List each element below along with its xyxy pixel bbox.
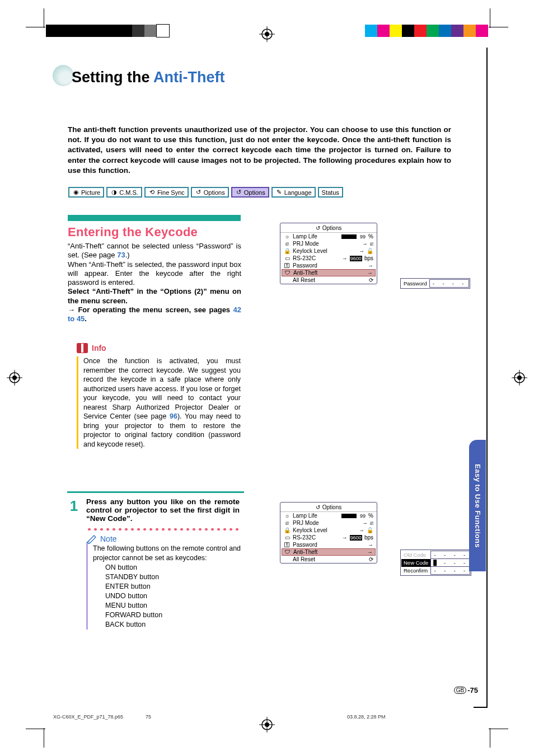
lock-icon: 🔒 (284, 528, 291, 533)
divider-dots (86, 527, 242, 532)
side-rule-h (474, 707, 488, 708)
password-prompt-1: Password - - - - (400, 278, 470, 289)
page-number: GB-75 (454, 686, 478, 694)
tab-icon: ↺ (235, 189, 242, 196)
intro-text: The anti-theft function prevents unautho… (68, 125, 451, 176)
lock-icon: 🔒 (284, 248, 291, 254)
info-label: Info (92, 344, 106, 353)
menu-tab-options: ↺Options (231, 187, 269, 198)
tab-icon: ✎ (275, 189, 283, 196)
note-body: The following buttons on the remote cont… (86, 544, 244, 630)
registration-mark-icon (259, 26, 275, 42)
menu-tab-language: ✎Language (271, 187, 316, 198)
osd-row: ▭RS-232C→ 9600 bps (280, 534, 377, 541)
note-icon (86, 534, 97, 544)
osd-row: ⎚PRJ Mode→⎚ (280, 519, 377, 527)
tab-icon: ◑ (110, 189, 118, 196)
osd-row: ☼Lamp Life99 % (280, 233, 377, 240)
note-label: Note (100, 534, 117, 543)
osd-row: 🛡Anti-Theft→ (282, 548, 376, 556)
osd-row: All Reset⟳ (280, 276, 377, 284)
osd-row: 🔒Keylock Level→🔓 (280, 527, 377, 534)
reset-icon: ⟳ (369, 278, 373, 283)
section-heading: Entering the Keycode (68, 225, 198, 240)
registration-mark-icon (7, 370, 22, 386)
menu-tab-options: ↺Options (191, 187, 229, 198)
osd-row: 🛡Anti-Theft→ (282, 269, 376, 276)
tab-icon: ↺ (195, 189, 202, 196)
shield-icon: 🛡 (284, 270, 291, 276)
tab-icon: ◉ (72, 189, 79, 196)
meta-date: 03.8.28, 2:28 PM (347, 714, 386, 720)
osd-row: ⚿Password→ (280, 262, 377, 269)
section-body: “Anti-Theft” cannot be selected unless “… (68, 242, 241, 323)
reset-icon: ⟳ (369, 557, 373, 562)
key-icon: ⚿ (284, 542, 291, 548)
registration-mark-icon (512, 370, 527, 386)
colorbar-left (46, 25, 169, 37)
meta-file: XG-C60X_E_PDF_p71_78.p65 (53, 714, 123, 720)
options-icon: ↺ (316, 505, 320, 510)
lamp-icon: ☼ (284, 234, 291, 240)
menu-tab-status: Status (318, 187, 343, 198)
key-icon: ⚿ (284, 263, 291, 269)
step-text: Press any button you like on the remote … (86, 497, 244, 523)
screen-icon: ⎚ (284, 520, 291, 526)
osd-row: ▭RS-232C→ 9600 bps (280, 255, 377, 262)
title-accent: Anti-Theft (153, 69, 224, 86)
port-icon: ▭ (284, 256, 291, 261)
lamp-icon: ☼ (284, 513, 291, 519)
title-prefix: Setting the (72, 69, 153, 86)
osd-row: 🔒Keylock Level→🔓 (280, 247, 377, 255)
osd-menu-tabs: ◉Picture◑C.M.S.⟲Fine Sync↺Options↺Option… (68, 187, 343, 198)
osd-panel-1: ↺Options ☼Lamp Life99 %⎚PRJ Mode→⎚🔒Keylo… (280, 223, 377, 284)
section-rule (68, 215, 241, 221)
menu-tab-cms: ◑C.M.S. (106, 187, 142, 198)
info-box: Info Once the function is activated, you… (77, 343, 241, 449)
screen-icon: ⎚ (284, 241, 291, 247)
osd-panel-2: ↺Options ☼Lamp Life99 %⎚PRJ Mode→⎚🔒Keylo… (280, 502, 377, 564)
colorbar-right (365, 25, 488, 37)
osd-row: ☼Lamp Life99 % (280, 512, 377, 519)
book-icon (77, 343, 88, 353)
menu-tab-finesync: ⟲Fine Sync (144, 187, 189, 198)
port-icon: ▭ (284, 535, 291, 541)
options-icon: ↺ (316, 226, 320, 231)
osd-row: ⎚PRJ Mode→⎚ (280, 240, 377, 247)
osd-row: ⚿Password→ (280, 541, 377, 548)
osd-row: All Reset⟳ (280, 556, 377, 563)
meta-page: 75 (146, 714, 151, 720)
shield-icon: 🛡 (284, 550, 291, 555)
menu-tab-picture: ◉Picture (68, 187, 104, 198)
tab-icon: ⟲ (148, 189, 156, 196)
code-prompt: Old Code- - - -New Code█ - - -Reconfirm-… (400, 550, 471, 576)
title-decor (53, 65, 74, 86)
section-side-tab: Easy to Use Functions (469, 440, 486, 571)
page-title: Setting the Anti-Theft (72, 69, 224, 86)
step-number: 1 (67, 497, 81, 523)
registration-mark-icon (259, 717, 275, 732)
side-rule (486, 48, 488, 708)
step-box: 1 Press any button you like on the remot… (67, 491, 244, 630)
